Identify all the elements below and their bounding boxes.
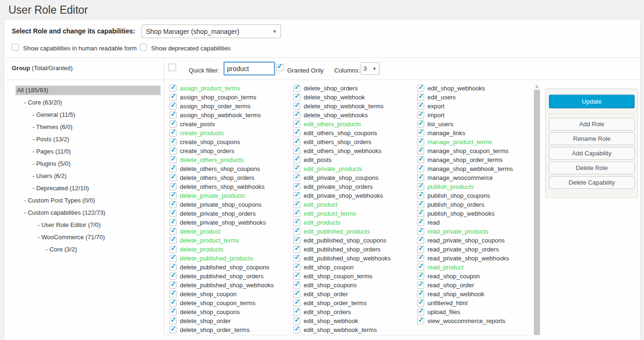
capability-checkbox[interactable]: ✓ [169,219,177,226]
granted-only-checkbox[interactable]: ✓ [276,64,283,71]
add-role-button[interactable]: Add Role [549,118,635,130]
capability-checkbox[interactable]: ✓ [293,326,300,333]
capability-checkbox[interactable]: ✓ [417,219,424,226]
capability-checkbox[interactable]: ✓ [293,138,300,146]
capability-checkbox[interactable]: ✓ [293,237,300,244]
capability-checkbox[interactable]: ✓ [169,317,177,324]
delete-capability-button[interactable]: Delete Capability [549,176,635,189]
group-tree-item[interactable]: - Pages (11/0) [32,147,71,156]
capability-checkbox[interactable]: ✓ [293,174,300,181]
group-tree-item[interactable]: - Custom capabilities (122/73) [24,208,105,218]
capability-checkbox[interactable]: ✓ [169,228,177,235]
capability-checkbox[interactable]: ✓ [293,282,300,289]
capability-checkbox[interactable]: ✓ [169,121,177,128]
capability-checkbox[interactable]: ✓ [293,228,300,235]
capability-checkbox[interactable]: ✓ [293,291,300,298]
capability-checkbox[interactable]: ✓ [293,112,300,119]
capability-checkbox[interactable]: ✓ [417,103,424,110]
group-tree-item[interactable]: - Themes (6/0) [32,122,72,132]
capability-checkbox[interactable]: ✓ [169,112,177,119]
capability-checkbox[interactable]: ✓ [417,94,424,101]
capability-checkbox[interactable]: ✓ [169,210,177,217]
show-deprecated-checkbox[interactable] [140,44,147,51]
capability-checkbox[interactable]: ✓ [169,130,177,137]
columns-select[interactable]: 3 ▼ [361,62,379,75]
capability-checkbox[interactable]: ✓ [417,264,424,271]
capability-checkbox[interactable]: ✓ [169,103,177,110]
human-readable-checkbox[interactable] [12,44,19,51]
capability-checkbox[interactable]: ✓ [293,130,300,137]
capability-checkbox[interactable]: ✓ [169,156,177,163]
capability-checkbox[interactable]: ✓ [417,237,424,244]
capability-checkbox[interactable]: ✓ [417,246,424,253]
select-all-checkbox[interactable] [169,64,176,71]
capability-checkbox[interactable]: ✓ [417,201,424,208]
capability-checkbox[interactable]: ✓ [417,300,424,307]
capability-checkbox[interactable]: ✓ [169,165,177,172]
scrollbar[interactable]: ▲ [534,83,540,335]
capability-checkbox[interactable]: ✓ [169,85,177,92]
role-select[interactable]: Shop Manager (shop_manager) ▼ [142,24,281,38]
capability-checkbox[interactable]: ✓ [417,228,424,235]
capability-checkbox[interactable]: ✓ [169,264,177,271]
capability-checkbox[interactable]: ✓ [293,273,300,280]
capability-checkbox[interactable]: ✓ [417,85,424,92]
capability-checkbox[interactable]: ✓ [417,308,424,316]
group-tree-item[interactable]: - Deprecated (12/10) [32,184,89,193]
group-tree-item[interactable]: - Core (63/20) [24,98,62,107]
capability-checkbox[interactable]: ✓ [293,121,300,128]
capability-checkbox[interactable]: ✓ [417,121,424,128]
delete-role-button[interactable]: Delete Role [549,162,635,174]
quick-filter-input[interactable] [224,62,275,75]
group-tree-item[interactable]: - General (11/5) [32,110,75,120]
capability-checkbox[interactable]: ✓ [417,156,424,163]
update-button[interactable]: Update [549,95,635,108]
capability-checkbox[interactable]: ✓ [293,246,300,253]
group-tree-item[interactable]: - Users (6/2) [32,171,66,181]
capability-checkbox[interactable]: ✓ [293,308,300,316]
capability-checkbox[interactable]: ✓ [417,210,424,217]
capability-checkbox[interactable]: ✓ [417,183,424,190]
capability-checkbox[interactable]: ✓ [293,219,300,226]
capability-checkbox[interactable]: ✓ [293,183,300,190]
capability-checkbox[interactable]: ✓ [169,174,177,181]
capability-checkbox[interactable]: ✓ [417,317,424,324]
capability-checkbox[interactable]: ✓ [417,147,424,154]
capability-checkbox[interactable]: ✓ [169,192,177,199]
capability-checkbox[interactable]: ✓ [169,94,177,101]
group-tree-item[interactable]: - Core (3/2) [46,245,77,254]
capability-checkbox[interactable]: ✓ [169,246,177,253]
capability-checkbox[interactable]: ✓ [293,210,300,217]
capability-checkbox[interactable]: ✓ [293,94,300,101]
capability-checkbox[interactable]: ✓ [293,300,300,307]
capability-checkbox[interactable]: ✓ [417,291,424,298]
capability-checkbox[interactable]: ✓ [169,308,177,316]
capability-checkbox[interactable]: ✓ [417,282,424,289]
capability-checkbox[interactable]: ✓ [169,273,177,280]
capability-checkbox[interactable]: ✓ [417,174,424,181]
capability-checkbox[interactable]: ✓ [293,192,300,199]
scrollbar-thumb[interactable] [534,90,540,335]
capability-checkbox[interactable]: ✓ [293,255,300,262]
group-tree-item[interactable]: - Plugins (5/0) [32,159,71,169]
capability-checkbox[interactable]: ✓ [169,326,177,333]
capability-checkbox[interactable]: ✓ [417,255,424,262]
capability-checkbox[interactable]: ✓ [169,237,177,244]
capability-checkbox[interactable]: ✓ [293,85,300,92]
capability-checkbox[interactable]: ✓ [169,282,177,289]
capability-checkbox[interactable]: ✓ [169,291,177,298]
group-tree-item[interactable]: - User Role Editor (7/0) [38,220,101,230]
capability-checkbox[interactable]: ✓ [293,156,300,163]
add-capability-button[interactable]: Add Capability [549,147,635,160]
capability-checkbox[interactable]: ✓ [169,138,177,146]
capability-checkbox[interactable]: ✓ [293,317,300,324]
capability-checkbox[interactable]: ✓ [417,273,424,280]
capability-checkbox[interactable]: ✓ [293,201,300,208]
scroll-up-icon[interactable]: ▲ [534,83,540,89]
capability-checkbox[interactable]: ✓ [169,255,177,262]
capability-checkbox[interactable]: ✓ [293,103,300,110]
group-tree-item[interactable]: - Posts (13/2) [32,135,69,144]
capability-checkbox[interactable]: ✓ [293,165,300,172]
group-tree-item[interactable]: - WooCommerce (71/70) [38,233,105,242]
rename-role-button[interactable]: Rename Role [549,132,635,145]
